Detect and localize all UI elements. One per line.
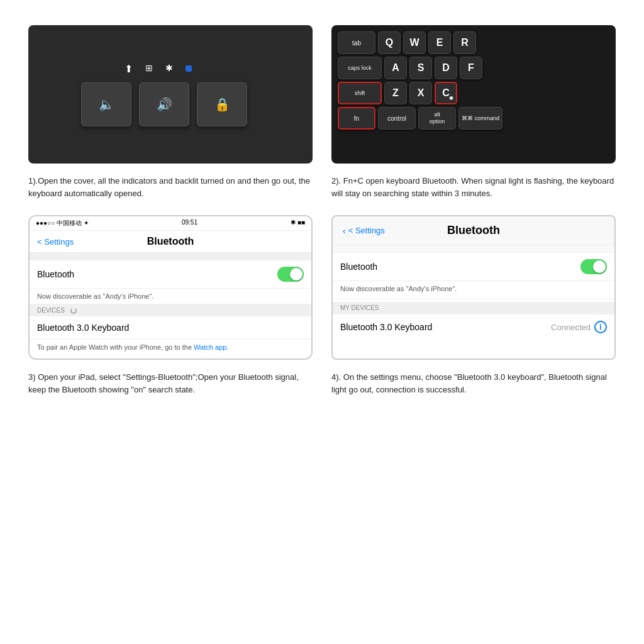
- phone-title: Bluetooth: [147, 236, 194, 247]
- screen-indicator-icon: ⊞: [145, 63, 153, 75]
- bluetooth-icon-on-c: ✱: [449, 96, 453, 101]
- ipad-my-devices-section: MY DEVICES: [333, 302, 614, 314]
- volume-down-key: 🔈: [81, 82, 131, 126]
- option-key: altoption: [418, 107, 456, 130]
- z-key: Z: [384, 82, 407, 104]
- ipad-back-label: < Settings: [348, 226, 385, 235]
- ipad-mockup: ‹ < Settings Bluetooth Bluetooth Now dis…: [331, 215, 616, 360]
- r-key: R: [453, 31, 476, 54]
- keyboard-image-1: ⬆ ⊞ ✱ 🔈 🔊 🔒: [28, 25, 313, 164]
- phone-device-row: Bluetooth 3.0 Keyboard: [30, 316, 311, 339]
- keyboard-rows: tab Q W E R caps lock A S D F shift: [338, 31, 609, 130]
- x-key: X: [409, 82, 432, 104]
- control-key: control: [378, 107, 416, 130]
- lock-icon: 🔒: [214, 97, 230, 112]
- phone-battery: ✱ ■■: [291, 219, 305, 228]
- keyboard-image-2: tab Q W E R caps lock A S D F shift: [331, 25, 616, 164]
- ipad-back-button[interactable]: ‹ < Settings: [343, 226, 385, 236]
- phone-bluetooth-label: Bluetooth: [37, 269, 74, 279]
- shift-key: shift: [338, 82, 382, 104]
- ipad-info-button[interactable]: i: [594, 321, 607, 333]
- fn-key: fn: [338, 107, 375, 130]
- phone-bluetooth-row: Bluetooth: [30, 260, 311, 289]
- a-key: A: [384, 57, 407, 79]
- caps-lock-key: caps lock: [338, 57, 382, 79]
- phone-mockup-cell: ●●●○○ 中国移动 ✦ 09:51 ✱ ■■ < Settings Bluet…: [19, 209, 322, 366]
- keyboard-row-4: fn control altoption ⌘⌘ command: [338, 107, 609, 130]
- w-key: W: [403, 31, 426, 54]
- tab-key: tab: [338, 31, 375, 54]
- ipad-device-name: Bluetooth 3.0 Keyboard: [340, 322, 432, 332]
- volume-up-key: 🔊: [139, 82, 189, 126]
- caption-2: 2). Fn+C open keyboard Bluetooth. When s…: [322, 170, 625, 209]
- c-bluetooth-key: C ✱: [435, 82, 457, 104]
- keyboard-indicators: ⬆ ⊞ ✱: [125, 63, 192, 75]
- keyboard-row-2: caps lock A S D F: [338, 57, 609, 79]
- caption-4: 4). On the settings menu, choose "Blueto…: [322, 366, 625, 405]
- chevron-left-icon: ‹: [343, 226, 346, 236]
- keyboard-image-2-cell: tab Q W E R caps lock A S D F shift: [322, 19, 625, 170]
- ipad-discoverable-text: Now discoverable as "Andy's iPhone".: [333, 281, 614, 296]
- phone-discoverable-text: Now discoverable as "Andy's iPhone".: [30, 289, 311, 304]
- phone-devices-section: DEVICES: [30, 304, 311, 316]
- bluetooth-toggle[interactable]: [277, 267, 304, 282]
- phone-back-button[interactable]: < Settings: [37, 237, 74, 247]
- keyboard-image-1-cell: ⬆ ⊞ ✱ 🔈 🔊 🔒: [19, 19, 322, 170]
- caption-1: 1).Open the cover, all the indicators an…: [19, 170, 322, 209]
- ipad-bluetooth-row: Bluetooth: [333, 253, 614, 281]
- ipad-connected-text: Connected: [551, 323, 591, 332]
- ipad-bluetooth-label: Bluetooth: [340, 262, 377, 272]
- bluetooth-indicator-icon: ✱: [165, 63, 173, 75]
- phone-mockup: ●●●○○ 中国移动 ✦ 09:51 ✱ ■■ < Settings Bluet…: [28, 215, 313, 360]
- volume-down-icon: 🔈: [99, 97, 114, 112]
- caption-3: 3) Open your iPad, select "Settings-Blue…: [19, 366, 322, 405]
- ipad-mockup-cell: ‹ < Settings Bluetooth Bluetooth Now dis…: [322, 209, 625, 366]
- blue-led-indicator: [186, 65, 192, 72]
- ipad-title: Bluetooth: [447, 224, 500, 237]
- volume-up-icon: 🔊: [157, 97, 172, 112]
- phone-watch-link[interactable]: Watch app.: [194, 343, 228, 351]
- s-key: S: [409, 57, 432, 79]
- command-key: ⌘⌘ command: [458, 107, 502, 130]
- phone-nav-bar: < Settings Bluetooth: [30, 231, 311, 253]
- loading-spinner: [70, 308, 77, 314]
- e-key: E: [428, 31, 451, 54]
- lock-key: 🔒: [197, 82, 247, 126]
- phone-device-name: Bluetooth 3.0 Keyboard: [37, 323, 129, 333]
- home-indicator-icon: ⬆: [125, 63, 133, 75]
- keyboard-keys-row: 🔈 🔊 🔒: [81, 82, 247, 126]
- q-key: Q: [378, 31, 401, 54]
- phone-status-bar: ●●●○○ 中国移动 ✦ 09:51 ✱ ■■: [30, 216, 311, 231]
- d-key: D: [435, 57, 457, 79]
- f-key: F: [460, 57, 482, 79]
- phone-time: 09:51: [182, 219, 197, 228]
- keyboard-row-1: tab Q W E R: [338, 31, 609, 54]
- phone-watch-text: To pair an Apple Watch with your iPhone,…: [30, 340, 311, 355]
- ipad-nav-bar: ‹ < Settings Bluetooth: [333, 216, 614, 245]
- phone-carrier: ●●●○○ 中国移动 ✦: [36, 219, 89, 228]
- ipad-bluetooth-toggle[interactable]: [580, 259, 607, 274]
- ipad-device-row: Bluetooth 3.0 Keyboard Connected i: [333, 314, 614, 340]
- keyboard-row-3: shift Z X C ✱: [338, 82, 609, 104]
